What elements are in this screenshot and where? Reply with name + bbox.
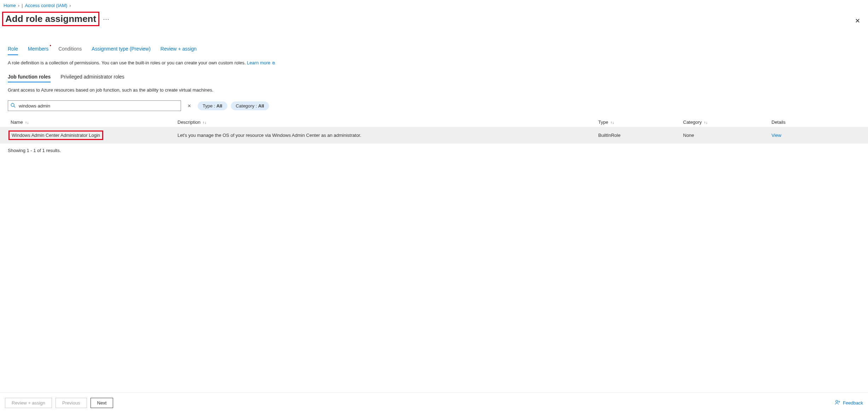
tab-conditions: Conditions [58, 43, 82, 55]
filter-type-value: All [216, 103, 222, 109]
th-type[interactable]: Type ↑↓ [598, 120, 683, 125]
th-description-label: Description [177, 120, 200, 125]
view-details-link[interactable]: View [771, 133, 781, 138]
chevron-right-icon: › [69, 3, 71, 8]
filter-type-label: Type : [203, 103, 216, 109]
tab-review-assign[interactable]: Review + assign [161, 43, 197, 55]
feedback-icon [834, 399, 841, 407]
subtab-privileged[interactable]: Privileged administrator roles [60, 72, 124, 82]
th-name-label: Name [11, 120, 23, 125]
th-type-label: Type [598, 120, 608, 125]
role-description: A role definition is a collection of per… [0, 55, 868, 65]
footer-buttons: Review + assign Previous Next [5, 398, 113, 408]
page-title-row: Add role assignment ⋯ [0, 11, 868, 30]
sort-icon: ↑↓ [704, 120, 708, 124]
role-description-cell: Let's you manage the OS of your resource… [177, 130, 598, 140]
th-details: Details [771, 120, 842, 125]
chevron-right-icon: › [18, 3, 19, 8]
sort-icon: ↑↓ [203, 120, 206, 124]
breadcrumb-iam[interactable]: Access control (IAM) [25, 3, 67, 8]
tab-role[interactable]: Role [8, 43, 18, 55]
search-box [8, 100, 181, 111]
tab-members[interactable]: Members [28, 43, 48, 55]
tab-assignment-type[interactable]: Assignment type (Preview) [92, 43, 151, 55]
review-assign-button: Review + assign [5, 398, 52, 408]
sort-icon: ↑↓ [610, 120, 614, 124]
th-category-label: Category [683, 120, 702, 125]
filter-row: ✕ Type : All Category : All [0, 93, 868, 111]
role-type-cell: BuiltInRole [598, 130, 683, 140]
th-details-label: Details [771, 120, 786, 125]
role-name-highlight: Windows Admin Center Administrator Login [8, 130, 103, 140]
subtab-description: Grant access to Azure resources based on… [0, 82, 868, 93]
more-actions-icon[interactable]: ⋯ [103, 15, 109, 23]
page-title-highlight: Add role assignment [2, 12, 99, 26]
next-button[interactable]: Next [91, 398, 113, 408]
filter-category-pill[interactable]: Category : All [231, 101, 269, 110]
filter-category-value: All [258, 103, 264, 109]
svg-point-0 [11, 103, 14, 106]
feedback-link[interactable]: Feedback [834, 399, 863, 407]
close-icon[interactable]: ✕ [855, 17, 860, 25]
results-count: Showing 1 - 1 of 1 results. [0, 144, 868, 157]
description-text: A role definition is a collection of per… [8, 60, 247, 65]
search-input[interactable] [8, 100, 181, 111]
table-header: Name ↑↓ Description ↑↓ Type ↑↓ Category … [0, 117, 868, 127]
sort-icon: ↑↓ [25, 120, 29, 124]
th-name[interactable]: Name ↑↓ [8, 120, 177, 125]
subtab-job-function[interactable]: Job function roles [8, 72, 51, 82]
search-icon [11, 103, 16, 109]
roles-table: Name ↑↓ Description ↑↓ Type ↑↓ Category … [0, 117, 868, 144]
filter-type-pill[interactable]: Type : All [198, 101, 227, 110]
svg-point-2 [836, 400, 838, 402]
table-row[interactable]: Windows Admin Center Administrator Login… [0, 127, 868, 144]
role-subtabs: Job function roles Privileged administra… [0, 65, 868, 82]
th-description[interactable]: Description ↑↓ [177, 120, 598, 125]
footer: Review + assign Previous Next Feedback [0, 392, 868, 413]
external-link-icon: ⧉ [272, 61, 275, 65]
clear-search-icon[interactable]: ✕ [185, 103, 194, 109]
breadcrumb-pipe: | [22, 3, 23, 8]
filter-category-label: Category : [236, 103, 258, 109]
previous-button: Previous [56, 398, 87, 408]
learn-more-link[interactable]: Learn more [247, 60, 270, 65]
breadcrumb: Home › | Access control (IAM) › [0, 0, 868, 11]
svg-line-1 [14, 106, 15, 107]
feedback-label: Feedback [843, 400, 863, 406]
th-category[interactable]: Category ↑↓ [683, 120, 771, 125]
role-category-cell: None [683, 130, 771, 140]
main-tabs: Role Members Conditions Assignment type … [0, 43, 868, 55]
role-name: Windows Admin Center Administrator Login [12, 133, 100, 138]
page-title: Add role assignment [5, 13, 96, 24]
breadcrumb-home[interactable]: Home [4, 3, 16, 8]
